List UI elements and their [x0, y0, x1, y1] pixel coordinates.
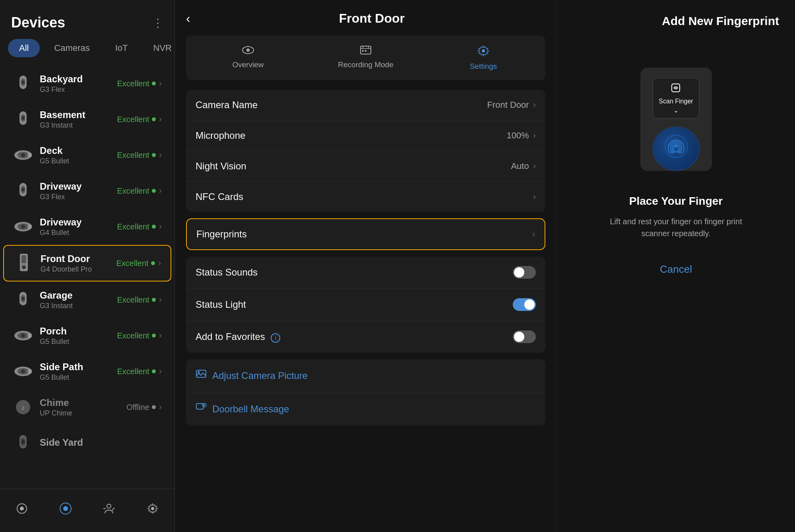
device-model-backyard: G3 Flex: [40, 85, 117, 94]
device-item-sideyard[interactable]: Side Yard: [3, 425, 171, 460]
device-model-garage: G3 Instant: [40, 302, 117, 310]
microphone-label: Microphone: [196, 130, 506, 141]
chevron-backyard: ›: [159, 78, 162, 89]
device-item-driveway2[interactable]: Driveway G4 Bullet Excellent ›: [3, 209, 171, 244]
action-row-adjustpicture[interactable]: Adjust Camera Picture: [186, 359, 545, 392]
status-dot-basement: [152, 117, 156, 121]
action-row-doorbellmessage[interactable]: Doorbell Message: [186, 392, 545, 425]
back-button[interactable]: ‹: [186, 11, 190, 26]
device-info-basement: Basement G3 Instant: [40, 109, 117, 130]
device-name-garage: Garage: [40, 290, 117, 301]
fingerprints-chevron: ›: [532, 229, 535, 239]
svg-text:♪: ♪: [21, 404, 25, 412]
settings-row-statussounds[interactable]: Status Sounds: [186, 256, 545, 289]
chevron-sidepath: ›: [159, 366, 162, 377]
device-item-backyard[interactable]: Backyard G3 Flex Excellent ›: [3, 66, 171, 101]
camera-icon-garage: [13, 289, 33, 310]
place-finger-title: Place Your Finger: [629, 195, 723, 208]
statuslight-toggle[interactable]: [513, 298, 536, 311]
settings-row-nfccards[interactable]: NFC Cards ›: [186, 182, 545, 212]
svg-rect-20: [22, 264, 26, 266]
favorites-info-icon[interactable]: i: [271, 333, 280, 343]
svg-point-26: [21, 334, 25, 338]
nav-item-person[interactable]: [94, 497, 124, 520]
settings-row-nightvision[interactable]: Night Vision Auto ›: [186, 151, 545, 182]
device-status-porch: Excellent: [117, 331, 156, 340]
settings-card-toggles: Status Sounds Status Light Add to Favori…: [186, 256, 545, 353]
device-item-driveway1[interactable]: Driveway G3 Flex Excellent ›: [3, 173, 171, 208]
device-item-garage[interactable]: Garage G3 Instant Excellent ›: [3, 282, 171, 317]
settings-card-main: Camera Name Front Door › Microphone 100%…: [186, 90, 545, 212]
device-item-sidepath[interactable]: Side Path G5 Bullet Excellent ›: [3, 354, 171, 389]
device-model-sidepath: G5 Bullet: [40, 373, 117, 382]
svg-point-8: [21, 153, 25, 157]
device-model-driveway2: G4 Bullet: [40, 229, 117, 237]
device-info-deck: Deck G5 Bullet: [40, 145, 117, 165]
svg-rect-9: [28, 153, 32, 157]
camera-icon-sidepath: [13, 361, 33, 382]
nav-item-camera[interactable]: [7, 497, 37, 520]
status-dot-driveway2: [152, 225, 156, 229]
device-item-deck[interactable]: Deck G5 Bullet Excellent ›: [3, 138, 171, 173]
recording-tab-icon: [360, 45, 372, 58]
device-name-backyard: Backyard: [40, 74, 117, 85]
device-info-driveway1: Driveway G3 Flex: [40, 181, 117, 201]
settings-row-statuslight[interactable]: Status Light: [186, 289, 545, 321]
right-panel: Add New Fingerprint Scan Finger ⌄: [556, 0, 795, 532]
microphone-chevron: ›: [533, 130, 536, 141]
cancel-button[interactable]: Cancel: [573, 263, 779, 276]
nav-item-settings[interactable]: [138, 497, 167, 520]
device-item-frontdoor[interactable]: Front Door G4 Doorbell Pro Excellent ›: [3, 245, 171, 282]
settings-row-fingerprints[interactable]: Fingerprints ›: [187, 219, 545, 249]
device-item-porch[interactable]: Porch G5 Bullet Excellent ›: [3, 318, 171, 353]
favorites-toggle[interactable]: [513, 330, 536, 343]
device-list: Backyard G3 Flex Excellent › Basement G3…: [0, 65, 175, 489]
action-card: Adjust Camera Picture Doorbell Message: [186, 359, 545, 425]
settings-row-cameraname[interactable]: Camera Name Front Door ›: [186, 90, 545, 120]
scan-finger-button[interactable]: Scan Finger ⌄: [653, 78, 699, 118]
overview-tab-icon: [242, 45, 254, 58]
settings-row-favorites[interactable]: Add to Favorites i: [186, 321, 545, 353]
sidebar-header: Devices ⋮: [0, 0, 175, 39]
filter-tab-iot[interactable]: IoT: [104, 39, 139, 57]
filter-tab-all[interactable]: All: [8, 39, 40, 57]
tab-recording[interactable]: Recording Mode: [308, 40, 423, 76]
favorites-thumb: [514, 332, 524, 342]
device-status-driveway2: Excellent: [117, 222, 156, 231]
filter-tab-cameras[interactable]: Cameras: [43, 39, 101, 57]
device-name-porch: Porch: [40, 326, 117, 337]
main-content: ‹ Front Door Overview Recording Mode Set…: [175, 0, 556, 532]
tab-settings[interactable]: Settings: [426, 40, 541, 76]
device-info-frontdoor: Front Door G4 Doorbell Pro: [41, 253, 116, 274]
statussounds-toggle[interactable]: [513, 266, 536, 279]
svg-rect-31: [28, 369, 32, 373]
svg-point-58: [204, 404, 205, 406]
settings-row-microphone[interactable]: Microphone 100% ›: [186, 120, 545, 151]
device-name-deck: Deck: [40, 145, 117, 156]
svg-point-19: [22, 265, 26, 269]
svg-point-12: [21, 188, 25, 191]
status-dot-sidepath: [152, 369, 156, 373]
device-status-backyard: Excellent: [117, 79, 156, 88]
nav-item-home[interactable]: [51, 497, 80, 520]
filter-tabs: All Cameras IoT NVR: [0, 39, 175, 65]
chevron-chime: ›: [159, 402, 162, 412]
microphone-value: 100%: [506, 130, 529, 141]
svg-point-36: [21, 440, 25, 443]
tab-recording-label: Recording Mode: [338, 60, 393, 69]
device-item-chime[interactable]: ♪ Chime UP Chime Offline ›: [3, 390, 171, 425]
device-status-sidepath: Excellent: [117, 367, 156, 376]
fingerprint-icon: [664, 134, 688, 163]
adjust-picture-label: Adjust Camera Picture: [212, 370, 308, 381]
more-icon[interactable]: ⋮: [152, 16, 163, 29]
chevron-deck: ›: [159, 150, 162, 160]
svg-point-44: [151, 507, 154, 510]
tab-overview[interactable]: Overview: [191, 40, 305, 76]
camera-icon-chime: ♪: [13, 397, 33, 417]
device-item-basement[interactable]: Basement G3 Instant Excellent ›: [3, 102, 171, 137]
camera-nav-icon: [14, 500, 30, 517]
device-name-driveway1: Driveway: [40, 181, 117, 192]
doorbell-message-label: Doorbell Message: [212, 404, 289, 415]
adjust-picture-icon: [196, 369, 207, 382]
statussounds-label: Status Sounds: [196, 267, 513, 278]
